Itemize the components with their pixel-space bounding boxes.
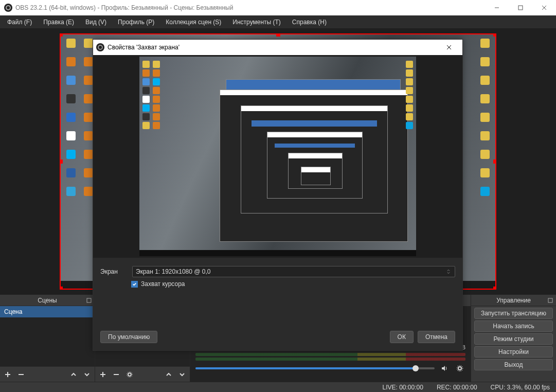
source-properties-button[interactable]	[124, 369, 135, 380]
mixer-meter	[195, 358, 465, 361]
window-title: OBS 23.2.1 (64-bit, windows) - Профиль: …	[15, 4, 233, 11]
screen-select[interactable]: Экран 1: 1920x1080 @ 0,0	[132, 266, 455, 277]
popout-icon[interactable]	[86, 297, 93, 304]
obs-logo-icon	[96, 43, 104, 51]
settings-button[interactable]: Настройки	[474, 346, 553, 358]
scene-move-up-button[interactable]	[68, 369, 79, 380]
menu-edit[interactable]: Правка (E)	[38, 16, 79, 28]
menu-scene-collection[interactable]: Коллекция сцен (S)	[160, 16, 226, 28]
menu-help[interactable]: Справка (H)	[287, 16, 332, 28]
studio-mode-button[interactable]: Режим студии	[474, 333, 553, 345]
menu-file[interactable]: Файл (F)	[2, 16, 37, 28]
menu-bar: Файл (F) Правка (E) Вид (V) Профиль (P) …	[0, 15, 556, 29]
chevron-updown-icon	[444, 268, 453, 275]
mixer-volume-slider[interactable]	[195, 367, 435, 369]
ok-button[interactable]: ОК	[390, 331, 414, 343]
window-minimize-button[interactable]	[485, 0, 509, 15]
mixer-meter	[195, 353, 465, 356]
defaults-button[interactable]: По умолчанию	[100, 331, 157, 343]
menu-view[interactable]: Вид (V)	[80, 16, 112, 28]
properties-dialog: Свойства 'Захват экрана'	[93, 39, 463, 351]
capture-cursor-label: Захват курсора	[141, 280, 185, 288]
source-move-down-button[interactable]	[176, 369, 188, 380]
controls-title: Управление	[496, 297, 531, 304]
add-scene-button[interactable]	[2, 369, 13, 380]
dialog-form: Экран Экран 1: 1920x1080 @ 0,0 Захват ку…	[93, 258, 462, 293]
status-bar: LIVE: 00:00:00 REC: 00:00:00 CPU: 3.3%, …	[0, 382, 556, 392]
window-maximize-button[interactable]	[509, 0, 532, 15]
cancel-button[interactable]: Отмена	[418, 331, 455, 343]
capture-cursor-checkbox[interactable]	[131, 281, 138, 288]
svg-rect-1	[518, 6, 523, 10]
svg-point-14	[458, 367, 461, 370]
popout-icon[interactable]	[548, 297, 554, 304]
start-recording-button[interactable]: Начать запись	[474, 320, 553, 332]
svg-rect-4	[87, 298, 91, 302]
svg-point-11	[128, 373, 131, 376]
svg-rect-16	[548, 298, 552, 302]
window-close-button[interactable]	[532, 0, 556, 15]
screen-label: Экран	[100, 268, 126, 275]
remove-source-button[interactable]	[111, 369, 122, 380]
scenes-title: Сцены	[38, 297, 57, 304]
scene-move-down-button[interactable]	[81, 369, 93, 380]
scenes-dock: Сцены Сцена	[0, 295, 95, 382]
screen-select-value: Экран 1: 1920x1080 @ 0,0	[136, 268, 210, 275]
gear-icon[interactable]	[454, 363, 465, 374]
dialog-title: Свойства 'Захват экрана'	[107, 44, 180, 51]
status-rec: REC: 00:00:00	[437, 384, 477, 391]
dialog-close-button[interactable]	[439, 40, 459, 55]
status-cpu: CPU: 3.3%, 60.00 fps	[491, 384, 550, 391]
dialog-titlebar: Свойства 'Захват экрана'	[93, 40, 462, 55]
menu-tools[interactable]: Инструменты (T)	[227, 16, 285, 28]
source-move-up-button[interactable]	[163, 369, 174, 380]
add-source-button[interactable]	[97, 369, 109, 380]
menu-profile[interactable]: Профиль (P)	[113, 16, 159, 28]
dialog-preview	[93, 55, 462, 258]
status-live: LIVE: 00:00:00	[382, 384, 423, 391]
svg-marker-13	[442, 366, 445, 371]
speaker-icon[interactable]	[439, 363, 450, 374]
exit-button[interactable]: Выход	[474, 359, 553, 370]
window-titlebar: OBS 23.2.1 (64-bit, windows) - Профиль: …	[0, 0, 556, 15]
scene-item[interactable]: Сцена	[0, 306, 95, 317]
controls-dock: Управление Запустить трансляцию Начать з…	[471, 295, 556, 382]
start-streaming-button[interactable]: Запустить трансляцию	[474, 308, 553, 319]
remove-scene-button[interactable]	[15, 369, 27, 380]
obs-logo-icon	[4, 4, 12, 12]
